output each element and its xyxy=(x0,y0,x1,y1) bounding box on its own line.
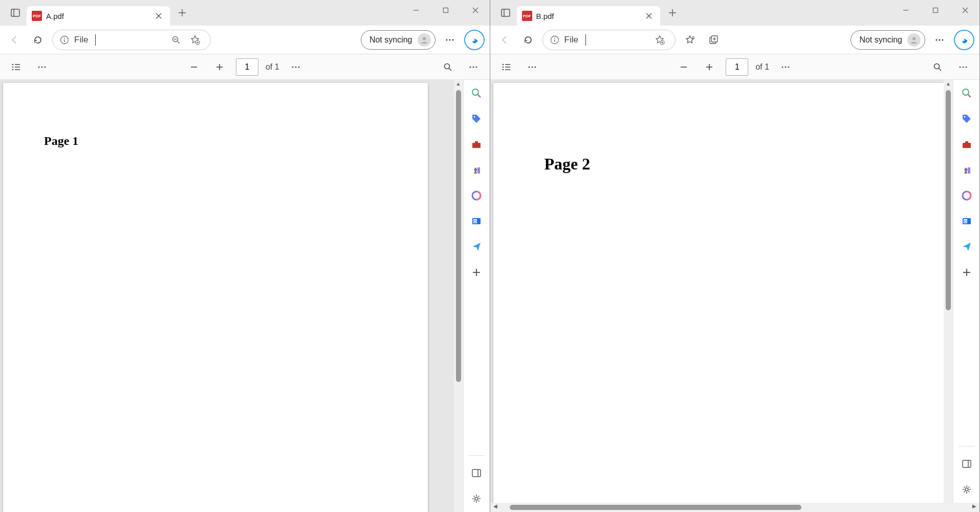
pdf-toolbar-more-right[interactable] xyxy=(464,58,483,76)
sync-status-label: Not syncing xyxy=(369,35,412,45)
sidebar-send-button[interactable] xyxy=(468,239,485,255)
close-window-button[interactable] xyxy=(461,0,490,20)
sidebar-tools-button[interactable] xyxy=(959,136,975,153)
horizontal-scrollbar[interactable]: ◀ ▶ xyxy=(490,503,980,512)
sidebar-collapse-button[interactable] xyxy=(959,456,975,472)
svg-point-23 xyxy=(12,63,14,65)
settings-more-button[interactable] xyxy=(441,31,459,49)
pdf-contents-button[interactable] xyxy=(7,58,26,76)
pdf-toolbar-more-right[interactable] xyxy=(954,58,972,76)
ellipsis-icon xyxy=(935,35,944,45)
pdf-toolbar-more-left[interactable] xyxy=(33,58,51,76)
sidebar-settings-button[interactable] xyxy=(959,481,975,498)
sidebar-office-button[interactable] xyxy=(959,187,975,204)
svg-rect-46 xyxy=(472,143,481,148)
address-bar[interactable]: File xyxy=(542,30,676,50)
scroll-right-button[interactable]: ▶ xyxy=(970,503,978,511)
close-tab-button[interactable] xyxy=(156,13,165,19)
sidebar-search-button[interactable] xyxy=(959,85,975,101)
new-tab-button[interactable] xyxy=(173,4,191,22)
zoom-indicator-button[interactable] xyxy=(171,35,185,45)
minimize-button[interactable] xyxy=(891,0,920,20)
collections-icon xyxy=(708,35,718,45)
sidebar-shopping-button[interactable] xyxy=(959,111,975,127)
pdf-page: Page 1 xyxy=(3,83,428,512)
pdf-file-icon: PDF xyxy=(32,11,42,21)
pdf-toolbar-more-left[interactable] xyxy=(523,58,541,76)
favorites-bar-button[interactable] xyxy=(681,31,699,49)
address-bar[interactable]: File xyxy=(52,30,211,50)
scrollbar-thumb[interactable] xyxy=(946,90,951,310)
svg-rect-7 xyxy=(443,8,448,13)
zoom-out-button[interactable] xyxy=(674,58,693,76)
tab-actions-button[interactable] xyxy=(494,2,517,24)
ellipsis-icon xyxy=(37,62,47,72)
page-count-label: of 1 xyxy=(266,62,279,72)
site-info-button[interactable] xyxy=(60,35,69,45)
tab-a-pdf[interactable]: PDF A.pdf xyxy=(27,6,170,26)
page-view-more-button[interactable] xyxy=(287,58,305,76)
svg-point-57 xyxy=(475,497,478,500)
collections-button[interactable] xyxy=(704,31,723,49)
refresh-button[interactable] xyxy=(29,31,47,49)
favorites-add-button[interactable] xyxy=(655,35,668,45)
sidebar-games-button[interactable] xyxy=(959,162,975,178)
sidebar-add-button[interactable] xyxy=(468,264,485,281)
refresh-button[interactable] xyxy=(519,31,537,49)
panel-icon xyxy=(962,459,972,469)
scroll-left-button[interactable]: ◀ xyxy=(491,503,499,511)
maximize-button[interactable] xyxy=(431,0,460,20)
maximize-button[interactable] xyxy=(921,0,950,20)
sidebar-search-button[interactable] xyxy=(468,85,485,101)
sidebar-collapse-button[interactable] xyxy=(468,465,485,481)
sidebar-games-button[interactable] xyxy=(468,162,485,178)
window-controls xyxy=(891,0,979,20)
scrollbar-thumb[interactable] xyxy=(510,505,801,510)
sidebar-settings-button[interactable] xyxy=(468,490,485,507)
profile-sync-button[interactable]: Not syncing xyxy=(851,30,925,50)
zoom-in-button[interactable] xyxy=(210,58,229,76)
page-count-label: of 1 xyxy=(755,62,769,72)
pdf-find-button[interactable] xyxy=(439,58,457,76)
tab-actions-button[interactable] xyxy=(4,2,27,24)
bing-discover-button[interactable] xyxy=(464,30,485,50)
browser-window-b: PDF B.pdf File xyxy=(490,0,981,512)
sidebar-office-button[interactable] xyxy=(468,187,485,204)
favorites-add-button[interactable] xyxy=(190,35,203,45)
sidebar-outlook-button[interactable]: O xyxy=(959,213,975,229)
settings-more-button[interactable] xyxy=(930,31,949,49)
vertical-scrollbar[interactable]: ▲ xyxy=(944,80,953,503)
close-tab-button[interactable] xyxy=(646,13,655,19)
pdf-contents-button[interactable] xyxy=(497,58,516,76)
zoom-out-button[interactable] xyxy=(185,58,203,76)
pdf-viewport[interactable]: Page 2 xyxy=(490,80,944,503)
back-button[interactable] xyxy=(495,31,514,49)
site-info-button[interactable] xyxy=(550,35,559,45)
scroll-up-button[interactable]: ▲ xyxy=(454,81,463,89)
sidebar-add-button[interactable] xyxy=(959,264,975,281)
scroll-up-button[interactable]: ▲ xyxy=(944,81,952,89)
scrollbar-thumb[interactable] xyxy=(456,90,461,382)
new-tab-button[interactable] xyxy=(663,4,682,22)
bing-discover-button[interactable] xyxy=(954,30,974,50)
profile-sync-button[interactable]: Not syncing xyxy=(361,30,435,50)
pdf-find-button[interactable] xyxy=(928,58,947,76)
minimize-button[interactable] xyxy=(402,0,430,20)
zoom-in-button[interactable] xyxy=(700,58,718,76)
page-number-input[interactable] xyxy=(726,58,748,76)
close-window-button[interactable] xyxy=(951,0,979,20)
plus-icon xyxy=(472,268,481,277)
sidebar-tools-button[interactable] xyxy=(468,136,485,153)
sidebar-shopping-button[interactable] xyxy=(468,111,485,127)
vertical-scrollbar[interactable]: ▲ xyxy=(454,80,463,512)
sidebar-outlook-button[interactable]: O xyxy=(468,213,485,229)
tab-b-pdf[interactable]: PDF B.pdf xyxy=(517,6,660,26)
arrow-left-icon xyxy=(499,35,510,45)
pdf-toolbar: of 1 xyxy=(0,54,490,80)
page-number-input[interactable] xyxy=(236,58,258,76)
pdf-viewport[interactable]: Page 1 xyxy=(0,80,454,512)
page-view-more-button[interactable] xyxy=(776,58,795,76)
back-button[interactable] xyxy=(5,31,24,49)
sidebar-send-button[interactable] xyxy=(959,239,975,255)
svg-point-97 xyxy=(785,66,787,68)
